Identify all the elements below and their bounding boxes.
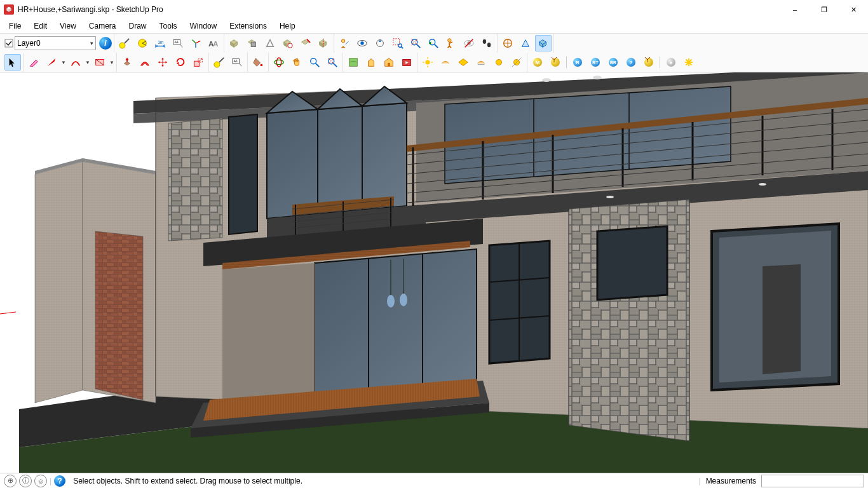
y-ball-icon[interactable] <box>547 54 564 71</box>
outer-shell-icon[interactable] <box>226 35 243 51</box>
menu-extensions[interactable]: Extensions <box>223 20 273 32</box>
position-camera-icon[interactable] <box>336 35 353 51</box>
menu-camera[interactable]: Camera <box>83 20 123 32</box>
svg-rect-69 <box>388 63 390 66</box>
sun-icon[interactable] <box>419 54 436 71</box>
eraser-icon[interactable] <box>25 54 42 71</box>
offset-icon[interactable] <box>137 54 153 71</box>
arc-dropdown-icon[interactable]: ▼ <box>85 60 90 65</box>
zoom2-icon[interactable] <box>306 54 323 71</box>
help-status-icon[interactable]: ? <box>54 475 65 487</box>
arc-tool-icon[interactable] <box>67 54 84 71</box>
building-icon[interactable] <box>363 54 379 71</box>
help-ball-icon[interactable]: ? <box>623 54 639 71</box>
m-ball-icon[interactable]: M <box>529 54 546 71</box>
hide-rest-icon[interactable] <box>461 35 477 51</box>
menu-edit[interactable]: Edit <box>27 20 53 32</box>
warehouse-icon[interactable] <box>381 54 397 71</box>
look-around-icon[interactable] <box>354 35 370 51</box>
menu-view[interactable]: View <box>53 20 83 32</box>
menu-draw[interactable]: Draw <box>123 20 153 32</box>
line-dropdown-icon[interactable]: ▼ <box>61 60 66 65</box>
svg-line-16 <box>196 41 200 43</box>
union-icon[interactable] <box>262 35 278 51</box>
rotate-icon[interactable] <box>172 54 189 71</box>
svg-marker-52 <box>177 62 180 65</box>
sandbox-1-icon[interactable] <box>499 35 516 51</box>
shade5-icon[interactable] <box>508 54 525 71</box>
zoom-extents-icon[interactable] <box>407 35 424 51</box>
scale-icon[interactable] <box>190 54 207 71</box>
svg-point-175 <box>593 76 602 79</box>
subtract-icon[interactable] <box>280 35 296 51</box>
text-label-icon[interactable]: A1 <box>170 35 186 51</box>
3d-text-icon[interactable]: AA <box>205 35 222 51</box>
svg-point-25 <box>342 39 345 43</box>
paint-bucket-icon[interactable] <box>250 54 266 71</box>
menu-tools[interactable]: Tools <box>153 20 184 32</box>
sketchup-app-icon <box>4 4 14 15</box>
o-ball-icon[interactable]: ● <box>663 54 679 71</box>
zoom-window-icon[interactable] <box>390 35 406 51</box>
trim-icon[interactable] <box>297 35 314 51</box>
maximize-button[interactable]: ❐ <box>810 0 839 19</box>
layer-visibility-check[interactable] <box>4 39 13 48</box>
menu-window[interactable]: Window <box>184 20 224 32</box>
sandbox-3-icon[interactable] <box>535 35 552 51</box>
tape-measure2-icon[interactable] <box>211 54 227 71</box>
br-ball-icon[interactable]: BR <box>605 54 621 71</box>
close-button[interactable]: ✕ <box>839 0 868 19</box>
layer-select[interactable]: Layer0 ▾ <box>15 36 96 50</box>
menu-help[interactable]: Help <box>273 20 302 32</box>
photo-match-icon[interactable] <box>443 35 459 51</box>
svg-point-38 <box>448 39 451 42</box>
pan-icon[interactable] <box>288 54 305 71</box>
location-icon[interactable] <box>345 54 362 71</box>
svg-rect-1 <box>5 39 13 47</box>
svg-text:3m: 3m <box>158 40 163 44</box>
previous-view-icon[interactable] <box>425 35 442 51</box>
r-ball-icon[interactable]: R <box>569 54 586 71</box>
split-icon[interactable] <box>315 35 332 51</box>
dimension-icon[interactable]: 3m <box>152 35 168 51</box>
rect-dropdown-icon[interactable]: ▼ <box>109 60 114 65</box>
geolocation-status-icon[interactable]: ⊕ <box>4 475 17 487</box>
protractor-icon[interactable] <box>134 35 151 51</box>
text-label2-icon[interactable]: A1 <box>229 54 245 71</box>
y2-ball-icon[interactable] <box>641 54 657 71</box>
move-icon[interactable] <box>154 54 171 71</box>
intersect-icon[interactable] <box>244 35 261 51</box>
shade4-icon[interactable] <box>491 54 507 71</box>
profile-status-icon[interactable]: ☺ <box>34 475 47 487</box>
share-icon[interactable] <box>398 54 415 71</box>
walk-icon[interactable] <box>372 35 388 51</box>
push-pull-icon[interactable] <box>119 54 135 71</box>
3d-viewport[interactable] <box>0 72 868 473</box>
rectangle-tool-icon[interactable] <box>92 54 108 71</box>
axes-icon[interactable] <box>187 35 204 51</box>
shade3-icon[interactable] <box>473 54 489 71</box>
footprints-icon[interactable] <box>478 35 495 51</box>
tape-measure-icon[interactable] <box>116 35 133 51</box>
orbit-icon[interactable] <box>271 54 287 71</box>
svg-marker-117 <box>229 114 257 234</box>
layer-info-icon[interactable]: i <box>99 37 112 50</box>
measurements-input[interactable] <box>761 475 864 487</box>
svg-line-65 <box>316 64 319 67</box>
measurements-label: Measurements <box>706 477 756 485</box>
zoom-extents2-icon[interactable] <box>324 54 341 71</box>
sandbox-2-icon[interactable] <box>517 35 534 51</box>
svg-line-32 <box>401 46 403 48</box>
select-tool-icon[interactable] <box>4 54 21 71</box>
credits-status-icon[interactable]: ⓘ <box>19 475 32 487</box>
menu-file[interactable]: File <box>3 20 27 32</box>
line-tool-icon[interactable] <box>43 54 60 71</box>
minimize-button[interactable]: – <box>780 0 810 19</box>
x-ball-icon[interactable] <box>681 54 697 71</box>
svg-line-60 <box>240 64 242 67</box>
shade2-icon[interactable] <box>455 54 471 71</box>
select-group <box>3 53 24 72</box>
shade1-icon[interactable] <box>437 54 454 71</box>
rt-ball-icon[interactable]: RT <box>587 54 604 71</box>
layer-value: Layer0 <box>17 39 41 48</box>
